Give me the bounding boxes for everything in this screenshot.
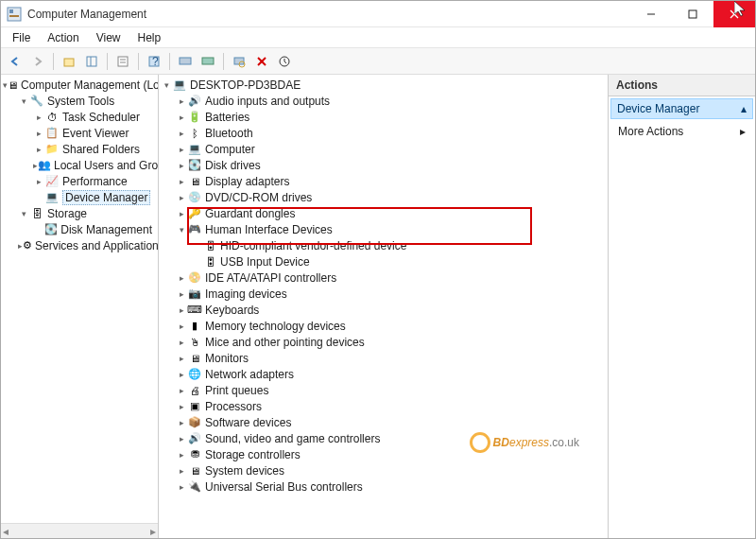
clock-icon: ⏱ (44, 110, 60, 125)
expand-icon[interactable]: ▸ (176, 322, 187, 331)
tree-label: Shared Folders (62, 143, 140, 156)
cat-batteries[interactable]: ▸🔋Batteries (176, 109, 606, 125)
tree-label: Mice and other pointing devices (205, 336, 365, 349)
collapse-icon[interactable]: ▾ (18, 209, 29, 218)
tree-services-apps[interactable]: ▸⚙Services and Applications (18, 237, 156, 253)
menu-file[interactable]: File (5, 29, 38, 46)
cat-processors[interactable]: ▸▣Processors (176, 398, 606, 414)
monitor1-button[interactable] (175, 51, 196, 72)
expand-icon[interactable]: ▸ (176, 482, 187, 492)
tree-label: Imaging devices (205, 287, 287, 301)
expand-icon[interactable]: ▸ (176, 418, 187, 427)
cat-keyboards[interactable]: ▸⌨Keyboards (176, 302, 606, 318)
menu-view[interactable]: View (89, 29, 129, 46)
printer-icon: 🖨 (187, 383, 202, 398)
cat-computer[interactable]: ▸💻Computer (176, 141, 606, 157)
menu-action[interactable]: Action (40, 29, 86, 46)
collapse-icon[interactable]: ▾ (161, 80, 172, 90)
highlight-annotation (187, 207, 532, 245)
expand-icon[interactable]: ▸ (33, 113, 44, 122)
scan-button[interactable] (229, 51, 249, 72)
tree-disk-management[interactable]: 💽Disk Management (33, 221, 156, 237)
dev-usb-input[interactable]: 🎛USB Input Device (191, 253, 606, 270)
cat-system-devices[interactable]: ▸🖥System devices (176, 462, 606, 478)
expand-icon[interactable]: ▸ (33, 145, 44, 154)
cat-audio[interactable]: ▸🔊Audio inputs and outputs (176, 93, 606, 109)
tree-device-manager[interactable]: 💻Device Manager (33, 189, 156, 205)
tree-event-viewer[interactable]: ▸📋Event Viewer (33, 125, 156, 141)
disk-icon: 💽 (43, 222, 58, 237)
actions-context[interactable]: Device Manager ▴ (610, 98, 753, 119)
expand-icon[interactable]: ▸ (176, 96, 187, 106)
tree-label: Network adapters (205, 368, 294, 381)
monitor2-button[interactable] (198, 51, 218, 72)
expand-icon[interactable]: ▸ (176, 193, 187, 202)
cat-monitors[interactable]: ▸🖥Monitors (176, 350, 606, 366)
display-icon: 🖥 (187, 174, 202, 189)
event-icon: 📋 (44, 126, 60, 141)
help-button[interactable]: ? (144, 51, 164, 72)
expand-icon[interactable]: ▸ (176, 161, 187, 170)
show-hide-button[interactable] (81, 51, 102, 72)
storage-icon: 🗄 (29, 206, 44, 221)
cat-imaging[interactable]: ▸📷Imaging devices (176, 286, 606, 302)
tree-performance[interactable]: ▸📈Performance (33, 173, 156, 189)
action-more-actions[interactable]: More Actions ▸ (609, 121, 755, 142)
update-button[interactable] (274, 51, 295, 72)
expand-icon[interactable]: ▸ (176, 273, 187, 283)
cat-mice[interactable]: ▸🖱Mice and other pointing devices (176, 334, 606, 350)
forward-button[interactable] (27, 51, 48, 72)
tree-local-users[interactable]: ▸👥Local Users and Groups (33, 157, 156, 173)
back-button[interactable] (5, 51, 26, 72)
expand-icon[interactable]: ▸ (176, 289, 187, 299)
expand-icon[interactable]: ▸ (176, 209, 187, 218)
expand-icon[interactable]: ▸ (176, 113, 187, 122)
tools-icon: 🔧 (29, 94, 44, 109)
minimize-button[interactable] (630, 1, 672, 27)
expand-icon[interactable]: ▸ (176, 177, 187, 186)
expand-icon[interactable]: ▸ (176, 305, 187, 315)
expand-icon[interactable]: ▸ (176, 386, 187, 395)
device-root[interactable]: ▾💻DESKTOP-PD3BDAE (161, 77, 606, 93)
tree-label: Local Users and Groups (54, 159, 159, 172)
tree-task-scheduler[interactable]: ▸⏱Task Scheduler (33, 109, 156, 125)
tree-shared-folders[interactable]: ▸📁Shared Folders (33, 141, 156, 157)
cat-disk-drives[interactable]: ▸💽Disk drives (176, 157, 606, 173)
expand-icon[interactable]: ▸ (33, 177, 44, 186)
expand-icon[interactable]: ▸ (33, 129, 44, 138)
expand-icon[interactable]: ▸ (176, 370, 187, 379)
cat-dvd[interactable]: ▸💿DVD/CD-ROM drives (176, 189, 606, 205)
cat-memtech[interactable]: ▸▮Memory technology devices (176, 318, 606, 334)
properties-button[interactable] (112, 51, 133, 72)
collapse-icon[interactable]: ▾ (176, 225, 187, 235)
scrollbar-horizontal[interactable]: ◂▸ (1, 523, 158, 538)
delete-button[interactable] (251, 51, 272, 72)
tree-label: Task Scheduler (62, 111, 140, 124)
maximize-button[interactable] (672, 1, 713, 27)
cat-ide[interactable]: ▸📀IDE ATA/ATAPI controllers (176, 270, 606, 286)
cat-usb[interactable]: ▸🔌Universal Serial Bus controllers (176, 478, 606, 495)
expand-icon[interactable]: ▸ (176, 354, 187, 363)
menu-help[interactable]: Help (130, 29, 169, 46)
mmc-icon: 🖥 (8, 78, 18, 93)
svg-rect-4 (689, 10, 696, 18)
cat-display[interactable]: ▸🖥Display adapters (176, 173, 606, 189)
up-button[interactable] (59, 51, 79, 72)
cat-software[interactable]: ▸📦Software devices (176, 414, 606, 430)
expand-icon[interactable]: ▸ (176, 338, 187, 347)
cat-bluetooth[interactable]: ▸ᛒBluetooth (176, 125, 606, 141)
tree-root[interactable]: ▾🖥Computer Management (Local (3, 77, 156, 93)
expand-icon[interactable]: ▸ (176, 145, 187, 154)
expand-icon[interactable]: ▸ (176, 129, 187, 138)
collapse-icon[interactable]: ▾ (18, 96, 29, 106)
cat-printqueues[interactable]: ▸🖨Print queues (176, 382, 606, 398)
expand-icon[interactable]: ▸ (176, 466, 187, 476)
tree-system-tools[interactable]: ▾🔧System Tools (18, 93, 156, 109)
expand-icon[interactable]: ▸ (176, 402, 187, 411)
expand-icon[interactable]: ▸ (176, 450, 187, 460)
users-icon: 👥 (38, 158, 51, 173)
cat-network[interactable]: ▸🌐Network adapters (176, 366, 606, 382)
close-button[interactable] (713, 1, 755, 27)
tree-storage[interactable]: ▾🗄Storage (18, 205, 156, 221)
expand-icon[interactable]: ▸ (176, 434, 187, 443)
